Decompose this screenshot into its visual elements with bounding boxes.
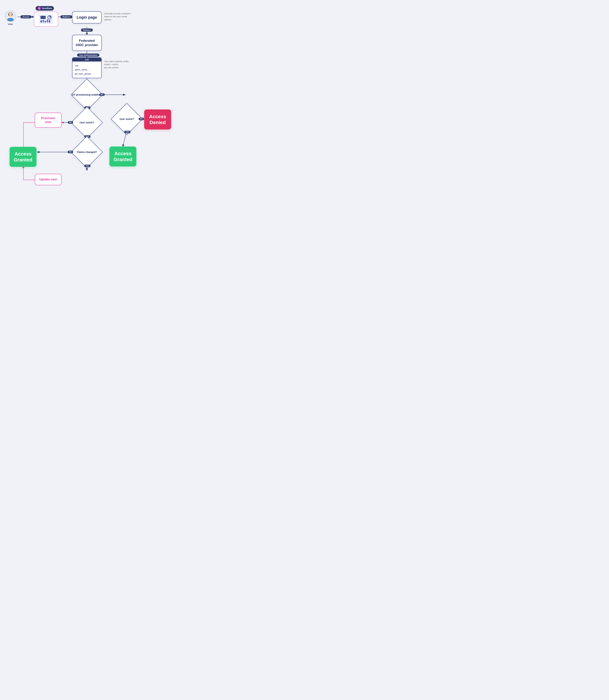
login-side-note: Automatic provider evaluation based on t… [104, 12, 132, 21]
svg-rect-20 [40, 20, 42, 22]
svg-rect-22 [45, 21, 46, 22]
oidc-box: Federated OIDC provider [72, 35, 102, 51]
user2-yes-pill: YES [124, 131, 130, 133]
list-header: List [72, 58, 101, 62]
list-side-note: User claims (openid, profile, email) + c… [104, 60, 130, 69]
svg-rect-23 [47, 19, 48, 22]
redirect2-pill: Redirect [81, 28, 93, 32]
list-item: gd_user_groups [75, 72, 99, 76]
access-denied-title: Access Denied [147, 114, 168, 125]
avatar [5, 11, 16, 22]
claims-yes-pill: YES [84, 165, 90, 167]
list-body: sub given_name,... gd_user_groups [72, 62, 101, 78]
list-item: given_name,... [75, 68, 99, 72]
user2-no-pill: NO [139, 118, 144, 120]
diamond-claims [71, 136, 103, 168]
oidc-title: Federated OIDC provider [75, 38, 99, 47]
access-granted-right: Access Granted [109, 147, 136, 167]
redirect1-pill: Redirect [60, 15, 72, 18]
access-denied-box: Access Denied [144, 109, 171, 130]
access-granted-left-title: Access Granted [12, 151, 34, 163]
provision-title: Provision user [37, 116, 59, 124]
diamond-jit [71, 79, 103, 111]
user1-no-pill: NO [68, 121, 73, 124]
gooddata-content [34, 12, 58, 27]
update-title: Update user [37, 177, 59, 182]
list-box: List sub given_name,... gd_user_groups [72, 57, 102, 78]
provision-box: Provision user [35, 113, 62, 128]
update-box: Update user [35, 174, 62, 185]
access-pill: Access [20, 15, 32, 18]
svg-rect-18 [40, 16, 46, 19]
claims-no-pill: NO [68, 151, 73, 153]
diamond-user1 [71, 106, 103, 138]
gooddata-label: G GoodData [36, 6, 54, 11]
gooddata-box: G GoodData [34, 6, 58, 27]
diagram-container: User Access G GoodData [0, 0, 178, 200]
login-title: Login page [75, 15, 99, 20]
user-auth-pill: User Authentication [77, 53, 99, 57]
svg-point-14 [7, 18, 14, 21]
user-figure: User [3, 11, 17, 25]
jit-no-pill: NO [99, 93, 105, 96]
access-granted-left: Access Granted [10, 147, 36, 167]
gooddata-icon: G [38, 7, 41, 10]
svg-rect-21 [42, 20, 44, 22]
access-granted-right-title: Access Granted [111, 151, 134, 162]
user-label: User [8, 23, 13, 25]
login-box: Login page [72, 11, 102, 23]
svg-point-15 [9, 13, 12, 16]
list-item: sub [75, 64, 99, 68]
diamond-user2 [111, 103, 143, 135]
svg-rect-24 [49, 20, 50, 22]
svg-rect-16 [9, 15, 12, 17]
